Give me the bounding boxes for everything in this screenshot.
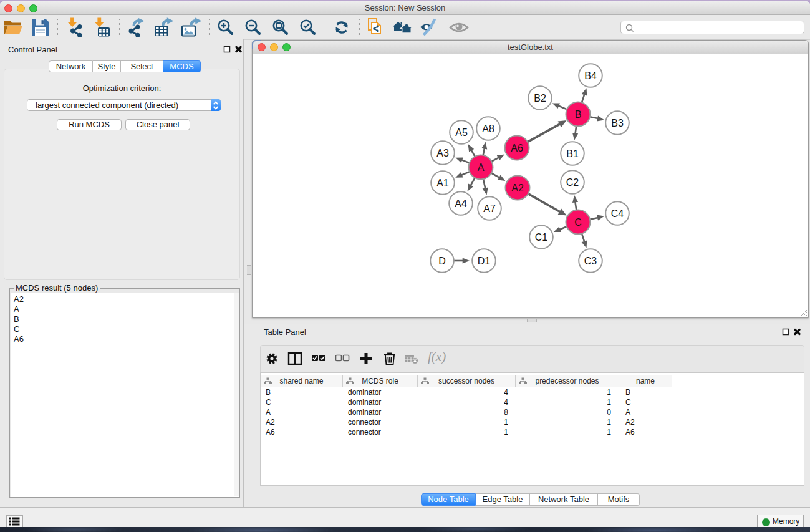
svg-text:A8: A8 [482,123,494,134]
svg-text:B1: B1 [566,148,579,159]
svg-text:A3: A3 [436,148,449,158]
svg-text:C2: C2 [566,177,579,188]
svg-text:A7: A7 [483,203,496,214]
svg-text:C: C [574,217,582,228]
svg-text:D1: D1 [478,256,491,266]
svg-text:A2: A2 [511,183,524,193]
svg-text:D: D [438,256,446,266]
svg-text:A1: A1 [436,178,449,188]
svg-text:C3: C3 [584,256,597,266]
svg-text:B4: B4 [584,70,597,81]
svg-text:A4: A4 [455,198,467,209]
svg-text:B2: B2 [534,93,546,104]
svg-text:B3: B3 [611,118,624,128]
svg-text:A5: A5 [455,127,468,138]
svg-text:C4: C4 [611,208,624,219]
svg-text:A6: A6 [511,143,523,153]
svg-text:B: B [575,109,582,120]
svg-text:A: A [478,162,485,173]
svg-text:C1: C1 [535,232,548,243]
